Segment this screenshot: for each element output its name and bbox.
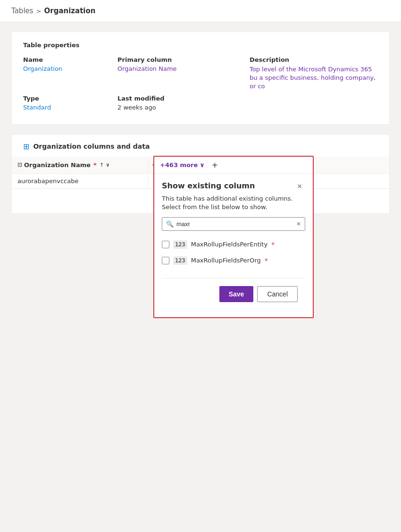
popup-toolbar: +463 more ∨ + <box>154 157 313 174</box>
panel-footer: Save Cancel <box>162 278 305 310</box>
col-header-sort[interactable]: ↑ ∨ <box>100 162 110 168</box>
prop-name-value[interactable]: Organization <box>23 65 117 74</box>
columns-header: ⊞ Organization columns and data <box>12 142 389 157</box>
chevron-down-icon-popup: ∨ <box>200 161 205 169</box>
search-icon: 🔍 <box>166 220 174 228</box>
show-existing-popup: +463 more ∨ + Show existing column × Thi… <box>153 156 314 318</box>
prop-last-modified-label: Last modified 2 weeks ago <box>117 95 250 113</box>
prop-description-value: Top level of the Microsoft Dynamics 365 … <box>250 65 378 91</box>
columns-section: ⊞ Organization columns and data ⊡ Organi… <box>11 134 390 214</box>
column-item-0: 123 MaxRollupFieldsPerEntity * <box>162 236 305 253</box>
table-properties-title: Table properties <box>23 42 378 49</box>
props-grid: Name Organization Primary column Organiz… <box>23 56 378 113</box>
column-name-1: MaxRollupFieldsPerOrg <box>191 257 261 264</box>
column-checkbox-0[interactable] <box>162 241 169 248</box>
prop-primary-value[interactable]: Organization Name <box>117 65 250 74</box>
close-button[interactable]: × <box>294 181 305 191</box>
prop-last-modified-value: 2 weeks ago <box>117 104 250 113</box>
panel-title: Show existing column <box>162 181 255 190</box>
breadcrumb: Tables > Organization <box>11 7 390 15</box>
more-columns-btn-popup[interactable]: +463 more ∨ <box>160 161 205 169</box>
prop-type-label: Type Standard <box>23 95 117 113</box>
columns-section-title: Organization columns and data <box>33 143 150 150</box>
column-required-0: * <box>271 241 275 248</box>
table-icon: ⊞ <box>23 142 29 151</box>
panel-description: This table has additional existing colum… <box>162 194 305 211</box>
column-name-0: MaxRollupFieldsPerEntity <box>191 241 267 248</box>
clear-search-button[interactable]: × <box>296 220 301 227</box>
top-bar: Tables > Organization <box>0 0 401 22</box>
col-header-name: ⊡ Organization Name * ↑ ∨ <box>12 158 149 172</box>
table-properties-card: Table properties Name Organization Prima… <box>11 32 390 125</box>
col-header-text: Organization Name <box>24 161 91 169</box>
breadcrumb-separator: > <box>36 8 42 15</box>
prop-description-label: Description Top level of the Microsoft D… <box>250 56 378 91</box>
column-type-icon-1: 123 <box>173 256 187 265</box>
col-header-required: * <box>93 161 97 169</box>
prop-primary-label: Primary column Organization Name <box>117 56 250 91</box>
data-cell-name: aurorabapenvccabe <box>12 174 149 188</box>
prop-type-value[interactable]: Standard <box>23 104 117 113</box>
table-area: ⊡ Organization Name * ↑ ∨ ✏ +463 more ∨ … <box>12 157 389 213</box>
column-checkbox-1[interactable] <box>162 257 169 264</box>
cancel-button[interactable]: Cancel <box>257 286 298 302</box>
prop-name-label: Name Organization <box>23 56 117 91</box>
add-column-btn-popup[interactable]: + <box>207 160 223 169</box>
column-type-icon-0: 123 <box>173 240 187 249</box>
breadcrumb-current: Organization <box>44 7 96 15</box>
save-button[interactable]: Save <box>219 286 254 302</box>
col-header-icon: ⊡ <box>17 161 22 168</box>
show-existing-panel: Show existing column × This table has ad… <box>154 174 313 317</box>
search-input[interactable] <box>176 220 293 228</box>
breadcrumb-tables[interactable]: Tables <box>11 7 33 15</box>
column-item-1: 123 MaxRollupFieldsPerOrg * <box>162 253 305 269</box>
panel-header: Show existing column × <box>162 181 305 191</box>
column-required-1: * <box>265 257 268 264</box>
prop-empty <box>250 95 378 113</box>
search-box[interactable]: 🔍 × <box>162 217 305 231</box>
